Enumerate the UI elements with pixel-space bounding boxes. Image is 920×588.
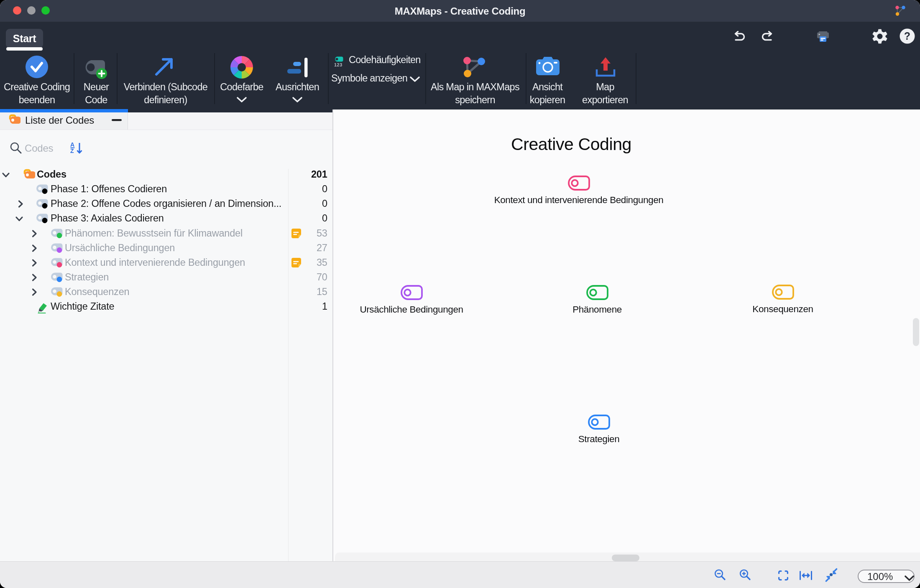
svg-text:Z: Z — [70, 148, 74, 154]
svg-text:123: 123 — [334, 62, 342, 67]
svg-text:A: A — [70, 142, 74, 148]
svg-text:?: ? — [904, 30, 910, 42]
